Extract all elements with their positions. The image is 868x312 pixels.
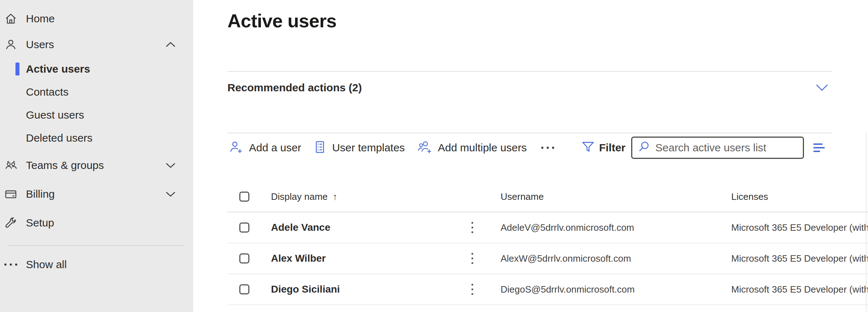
sidebar-item-label: Teams & groups bbox=[26, 159, 104, 171]
column-label: Username bbox=[501, 191, 544, 202]
user-username: DiegoS@5drrlv.onmicrosoft.com bbox=[501, 284, 635, 295]
search-input[interactable] bbox=[655, 142, 798, 154]
toolbar-left-group: Add a user User templates bbox=[229, 140, 554, 156]
user-templates-button[interactable]: User templates bbox=[313, 140, 405, 155]
sidebar-item-guest-users[interactable]: Guest users bbox=[0, 104, 193, 127]
people-add-icon bbox=[417, 140, 432, 156]
main-content: Active users Recommended actions (2) Add… bbox=[227, 0, 868, 312]
sort-ascending-icon: ↑ bbox=[333, 191, 338, 202]
chevron-up-icon bbox=[165, 42, 176, 48]
user-licenses: Microsoft 365 E5 Developer (withou bbox=[731, 284, 868, 295]
sidebar-item-label: Guest users bbox=[26, 109, 84, 121]
selected-indicator bbox=[15, 63, 19, 75]
page-title: Active users bbox=[227, 9, 868, 32]
sidebar-item-setup[interactable]: Setup bbox=[0, 210, 193, 236]
column-header-display-name[interactable]: Display name↑ bbox=[271, 191, 338, 202]
table-row[interactable]: Adele Vance AdeleV@5drrlv.onmicrosoft.co… bbox=[227, 212, 868, 243]
scrollbar-track[interactable] bbox=[866, 133, 867, 312]
sidebar-divider bbox=[9, 245, 185, 246]
sidebar-item-label: Billing bbox=[26, 188, 55, 200]
column-header-licenses[interactable]: Licenses bbox=[731, 191, 768, 202]
more-actions-icon[interactable] bbox=[541, 147, 554, 149]
toolbar-right-group: Filter bbox=[581, 137, 825, 159]
row-more-actions-icon[interactable] bbox=[471, 253, 473, 264]
filter-button[interactable]: Filter bbox=[581, 141, 625, 155]
chevron-down-icon[interactable] bbox=[815, 84, 828, 92]
person-icon bbox=[4, 38, 21, 51]
sidebar-item-active-users[interactable]: Active users bbox=[0, 58, 193, 81]
user-licenses: Microsoft 365 E5 Developer (withou bbox=[731, 253, 868, 264]
sidebar-item-show-all[interactable]: Show all bbox=[0, 252, 193, 277]
user-templates-label: User templates bbox=[332, 142, 405, 154]
ellipsis-icon bbox=[4, 258, 21, 271]
wrench-icon bbox=[4, 217, 21, 229]
sidebar-item-teams-groups[interactable]: Teams & groups bbox=[0, 152, 193, 178]
select-all-checkbox[interactable] bbox=[239, 192, 249, 202]
sidebar-item-users[interactable]: Users bbox=[0, 32, 193, 58]
row-checkbox[interactable] bbox=[239, 222, 249, 233]
sidebar-item-contacts[interactable]: Contacts bbox=[0, 81, 193, 104]
sidebar-item-label: Setup bbox=[26, 217, 54, 229]
column-label: Display name bbox=[271, 191, 328, 202]
add-user-label: Add a user bbox=[249, 142, 301, 154]
table-row[interactable]: Diego Siciliani DiegoS@5drrlv.onmicrosof… bbox=[227, 274, 868, 305]
add-user-button[interactable]: Add a user bbox=[229, 140, 301, 156]
table-header: Display name↑ Username Licenses bbox=[227, 182, 868, 212]
section-divider bbox=[227, 71, 832, 72]
sidebar-item-label: Contacts bbox=[26, 86, 68, 98]
search-box[interactable] bbox=[631, 137, 804, 159]
filter-funnel-icon bbox=[581, 141, 595, 155]
toolbar: Add a user User templates bbox=[227, 133, 832, 162]
recommended-actions-label: Recommended actions (2) bbox=[227, 82, 362, 94]
recommended-actions-header[interactable]: Recommended actions (2) bbox=[227, 77, 832, 98]
left-nav: Home Users Active users Contacts Guest u… bbox=[0, 0, 193, 312]
chevron-down-icon bbox=[165, 191, 176, 197]
sidebar-item-billing[interactable]: Billing bbox=[0, 181, 193, 207]
sidebar-item-home[interactable]: Home bbox=[0, 6, 193, 32]
user-username: AdeleV@5drrlv.onmicrosoft.com bbox=[501, 222, 634, 233]
person-add-icon bbox=[229, 140, 243, 156]
sidebar-item-label: Show all bbox=[26, 258, 67, 271]
sidebar-item-label: Deleted users bbox=[26, 132, 92, 144]
sidebar-item-label: Home bbox=[26, 13, 55, 25]
filter-label: Filter bbox=[599, 142, 625, 154]
credit-card-icon bbox=[4, 188, 21, 200]
column-header-username[interactable]: Username bbox=[501, 191, 544, 202]
sidebar-item-label: Active users bbox=[26, 63, 90, 75]
table-row[interactable]: Alex Wilber AlexW@5drrlv.onmicrosoft.com… bbox=[227, 243, 868, 274]
user-display-name[interactable]: Adele Vance bbox=[271, 222, 330, 233]
template-list-icon bbox=[313, 140, 326, 155]
user-display-name[interactable]: Diego Siciliani bbox=[271, 284, 340, 295]
row-checkbox[interactable] bbox=[239, 253, 249, 263]
row-checkbox[interactable] bbox=[239, 284, 249, 294]
user-licenses: Microsoft 365 E5 Developer (withou bbox=[731, 222, 868, 233]
sidebar-item-label: Users bbox=[26, 38, 54, 51]
row-more-actions-icon[interactable] bbox=[471, 284, 473, 295]
row-more-actions-icon[interactable] bbox=[471, 222, 473, 233]
people-group-icon bbox=[4, 159, 21, 171]
sort-lines-icon[interactable] bbox=[813, 143, 825, 152]
user-username: AlexW@5drrlv.onmicrosoft.com bbox=[501, 253, 631, 264]
home-icon bbox=[4, 13, 21, 25]
column-label: Licenses bbox=[731, 191, 768, 202]
search-icon bbox=[637, 141, 650, 155]
add-multiple-users-label: Add multiple users bbox=[438, 142, 527, 154]
sidebar-item-deleted-users[interactable]: Deleted users bbox=[0, 127, 193, 150]
add-multiple-users-button[interactable]: Add multiple users bbox=[417, 140, 527, 156]
user-display-name[interactable]: Alex Wilber bbox=[271, 253, 326, 264]
chevron-down-icon bbox=[165, 162, 176, 169]
